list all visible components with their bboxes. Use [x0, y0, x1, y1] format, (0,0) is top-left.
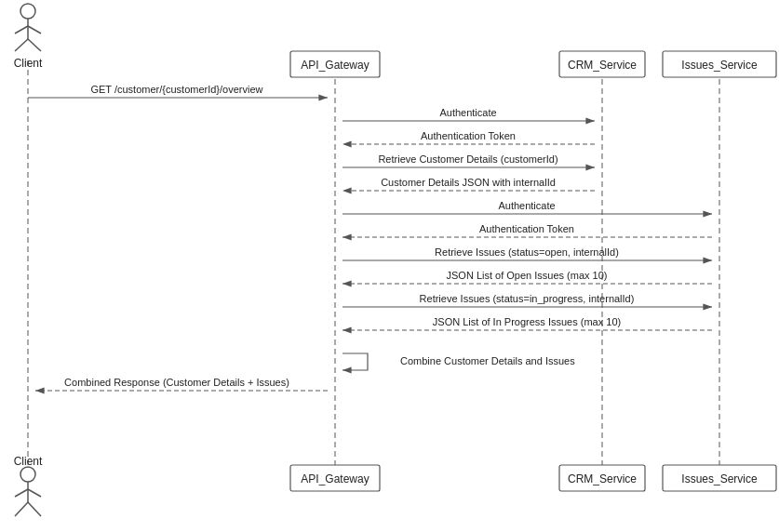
client-leg-left-top — [15, 39, 28, 51]
crm-service-label-bottom: CRM_Service — [568, 472, 637, 485]
client-head-top — [20, 4, 35, 19]
api-gateway-label-bottom: API_Gateway — [301, 472, 369, 485]
client-leg-right-top — [28, 39, 41, 51]
client-head-bottom — [20, 467, 35, 482]
msg4-label: Retrieve Customer Details (customerId) — [378, 153, 557, 165]
msg6-label: Authenticate — [498, 200, 555, 211]
msg3-label: Authentication Token — [421, 130, 516, 141]
msg12-line — [342, 353, 368, 370]
client-arm-left-top — [15, 26, 28, 33]
client-label-top: Client — [14, 57, 43, 70]
issues-service-label-bottom: Issues_Service — [681, 472, 758, 485]
sequence-diagram: API_Gateway CRM_Service Issues_Service C… — [0, 0, 779, 532]
issues-service-label-top: Issues_Service — [681, 59, 758, 72]
client-arm-right-bottom — [28, 489, 41, 497]
diagram-svg: API_Gateway CRM_Service Issues_Service C… — [0, 0, 779, 532]
msg5-label: Customer Details JSON with internalId — [381, 177, 556, 188]
crm-service-label-top: CRM_Service — [568, 59, 637, 72]
client-arm-right-top — [28, 26, 41, 33]
msg7-label: Authentication Token — [479, 223, 574, 234]
msg12-label: Combine Customer Details and Issues — [400, 355, 575, 366]
api-gateway-label-top: API_Gateway — [301, 59, 369, 72]
client-label-bottom: Client — [14, 455, 43, 468]
msg9-label: JSON List of Open Issues (max 10) — [446, 270, 607, 281]
client-leg-right-bottom — [28, 502, 41, 516]
client-arm-left-bottom — [15, 489, 28, 497]
msg8-label: Retrieve Issues (status=open, internalId… — [435, 246, 619, 258]
msg2-label: Authenticate — [439, 107, 496, 118]
msg10-label: Retrieve Issues (status=in_progress, int… — [420, 293, 635, 304]
msg1-label: GET /customer/{customerId}/overview — [90, 84, 262, 95]
msg13-label: Combined Response (Customer Details + Is… — [64, 377, 289, 388]
msg11-label: JSON List of In Progress Issues (max 10) — [433, 316, 621, 327]
client-leg-left-bottom — [15, 502, 28, 516]
